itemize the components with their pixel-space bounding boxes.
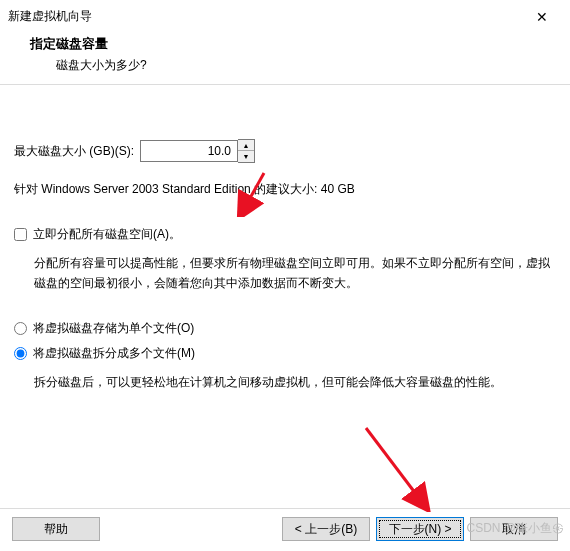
split-label-single: 将虚拟磁盘存储为单个文件(O) (33, 320, 194, 337)
back-button[interactable]: < 上一步(B) (282, 517, 370, 541)
split-label-multi: 将虚拟磁盘拆分成多个文件(M) (33, 345, 195, 362)
split-option-multi[interactable]: 将虚拟磁盘拆分成多个文件(M) (14, 345, 552, 362)
titlebar: 新建虚拟机向导 ✕ (0, 0, 570, 31)
disk-size-row: 最大磁盘大小 (GB)(S): ▲ ▼ (14, 139, 552, 163)
disk-size-spinner: ▲ ▼ (140, 139, 255, 163)
split-radio-multi[interactable] (14, 347, 27, 360)
spinner-buttons: ▲ ▼ (238, 139, 255, 163)
close-icon[interactable]: ✕ (526, 9, 558, 25)
wizard-header: 指定磁盘容量 磁盘大小为多少? (0, 31, 570, 85)
allocate-now-label: 立即分配所有磁盘空间(A)。 (33, 226, 181, 243)
spinner-up-button[interactable]: ▲ (238, 140, 254, 151)
page-subtitle: 磁盘大小为多少? (30, 57, 570, 74)
dialog-window: 新建虚拟机向导 ✕ 指定磁盘容量 磁盘大小为多少? 最大磁盘大小 (GB)(S)… (0, 0, 570, 551)
help-button[interactable]: 帮助 (12, 517, 100, 541)
recommendation-text: 针对 Windows Server 2003 Standard Edition … (14, 181, 552, 198)
split-option-single[interactable]: 将虚拟磁盘存储为单个文件(O) (14, 320, 552, 337)
disk-size-input[interactable] (140, 140, 238, 162)
content-area: 最大磁盘大小 (GB)(S): ▲ ▼ 针对 Windows Server 20… (0, 85, 570, 508)
split-radio-single[interactable] (14, 322, 27, 335)
window-title: 新建虚拟机向导 (8, 8, 92, 25)
disk-size-label: 最大磁盘大小 (GB)(S): (14, 143, 134, 160)
page-title: 指定磁盘容量 (30, 35, 570, 53)
next-button[interactable]: 下一步(N) > (376, 517, 464, 541)
allocate-description: 分配所有容量可以提高性能，但要求所有物理磁盘空间立即可用。如果不立即分配所有空间… (34, 253, 552, 294)
allocate-now-checkbox[interactable] (14, 228, 27, 241)
spinner-down-button[interactable]: ▼ (238, 151, 254, 162)
split-description: 拆分磁盘后，可以更轻松地在计算机之间移动虚拟机，但可能会降低大容量磁盘的性能。 (34, 372, 552, 392)
split-radio-group: 将虚拟磁盘存储为单个文件(O) 将虚拟磁盘拆分成多个文件(M) (14, 320, 552, 362)
allocate-now-checkbox-row[interactable]: 立即分配所有磁盘空间(A)。 (14, 226, 552, 243)
watermark-text: CSDN @张小鱼㉿ (466, 520, 564, 537)
